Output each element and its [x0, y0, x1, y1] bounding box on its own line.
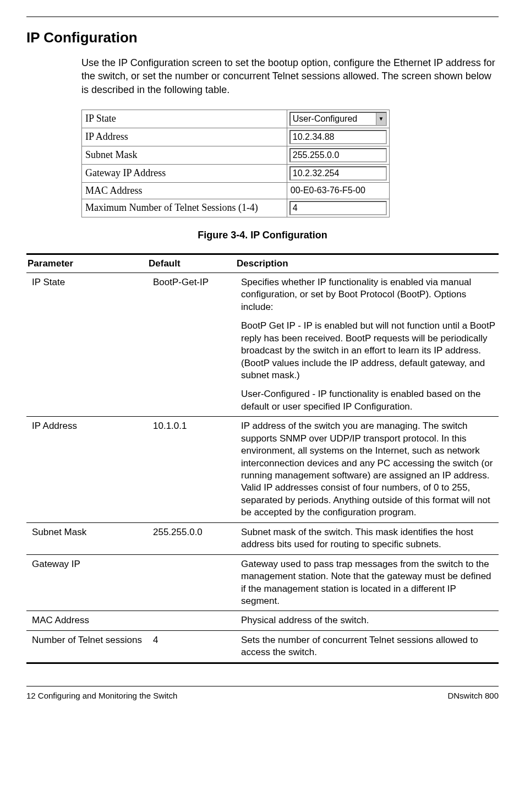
config-value-cell: 4 [287, 199, 389, 217]
config-row-mac: MAC Address 00-E0-63-76-F5-00 [82, 182, 390, 199]
config-label: IP State [82, 110, 287, 128]
param-cell: Subnet Mask [26, 522, 147, 554]
default-cell: 4 [147, 630, 236, 663]
select-text: User-Configured [291, 113, 376, 125]
desc-cell: Specifies whether IP functionality is en… [236, 273, 499, 317]
config-label: Subnet Mask [82, 146, 287, 164]
config-label: Maximum Number of Telnet Sessions (1-4) [82, 199, 287, 217]
table-row: Subnet Mask 255.255.0.0 Subnet mask of t… [26, 522, 499, 554]
config-row-telnet: Maximum Number of Telnet Sessions (1-4) … [82, 199, 390, 217]
desc-cell: Sets the number of concurrent Telnet ses… [236, 630, 499, 663]
desc-cell: IP address of the switch you are managin… [236, 417, 499, 523]
param-cell: IP Address [26, 417, 147, 523]
gateway-ip-input[interactable]: 10.2.32.254 [289, 166, 387, 181]
footer-left: 12 Configuring and Monitoring the Switch [26, 691, 177, 700]
table-row: IP State BootP-Get-IP Specifies whether … [26, 273, 499, 317]
desc-cell: BootP Get IP - IP is enabled but will no… [236, 317, 499, 385]
desc-cell: User-Configured - IP functionality is en… [236, 385, 499, 416]
table-row: IP Address 10.1.0.1 IP address of the sw… [26, 417, 499, 523]
config-value-cell: User-Configured ▼ [287, 110, 389, 128]
desc-cell: Gateway used to pass trap messages from … [236, 554, 499, 611]
default-cell: BootP-Get-IP [147, 273, 236, 416]
chevron-down-icon: ▼ [376, 113, 386, 125]
config-label: MAC Address [82, 182, 287, 199]
config-row-gateway: Gateway IP Address 10.2.32.254 [82, 164, 390, 182]
default-cell [147, 611, 236, 630]
config-label: IP Address [82, 128, 287, 146]
config-panel: IP State User-Configured ▼ IP Address 10… [81, 110, 499, 217]
page-footer: 12 Configuring and Monitoring the Switch… [26, 686, 499, 711]
param-cell: MAC Address [26, 611, 147, 630]
subnet-mask-input[interactable]: 255.255.0.0 [289, 148, 387, 162]
table-header-row: Parameter Default Description [26, 254, 499, 273]
default-cell: 10.1.0.1 [147, 417, 236, 523]
page-title: IP Configuration [26, 29, 499, 46]
config-row-ipstate: IP State User-Configured ▼ [82, 110, 390, 128]
config-table: IP State User-Configured ▼ IP Address 10… [81, 110, 390, 217]
param-cell: Number of Telnet sessions [26, 630, 147, 663]
config-row-subnet: Subnet Mask 255.255.0.0 [82, 146, 390, 164]
param-cell: Gateway IP [26, 554, 147, 611]
config-value-cell: 10.2.32.254 [287, 164, 389, 182]
col-description: Description [236, 254, 499, 273]
table-row: MAC Address Physical address of the swit… [26, 611, 499, 630]
figure-caption: Figure 3-4. IP Configuration [26, 230, 499, 241]
footer-right: DNswitch 800 [447, 691, 499, 700]
intro-paragraph: Use the IP Configuration screen to set t… [81, 56, 499, 96]
parameter-table: Parameter Default Description IP State B… [26, 253, 499, 664]
telnet-sessions-input[interactable]: 4 [289, 201, 387, 215]
config-row-ipaddress: IP Address 10.2.34.88 [82, 128, 390, 146]
default-cell [147, 554, 236, 611]
ip-state-select[interactable]: User-Configured ▼ [289, 112, 387, 126]
desc-cell: Physical address of the switch. [236, 611, 499, 630]
table-row: Gateway IP Gateway used to pass trap mes… [26, 554, 499, 611]
config-value-cell: 255.255.0.0 [287, 146, 389, 164]
col-default: Default [147, 254, 236, 273]
col-parameter: Parameter [26, 254, 147, 273]
desc-cell: Subnet mask of the switch. This mask ide… [236, 522, 499, 554]
config-value-cell: 10.2.34.88 [287, 128, 389, 146]
table-row: Number of Telnet sessions 4 Sets the num… [26, 630, 499, 663]
config-label: Gateway IP Address [82, 164, 287, 182]
ip-address-input[interactable]: 10.2.34.88 [289, 130, 387, 144]
header-rule [26, 17, 499, 17]
mac-address-value: 00-E0-63-76-F5-00 [289, 184, 387, 197]
default-cell: 255.255.0.0 [147, 522, 236, 554]
config-value-cell: 00-E0-63-76-F5-00 [287, 182, 389, 199]
param-cell: IP State [26, 273, 147, 416]
